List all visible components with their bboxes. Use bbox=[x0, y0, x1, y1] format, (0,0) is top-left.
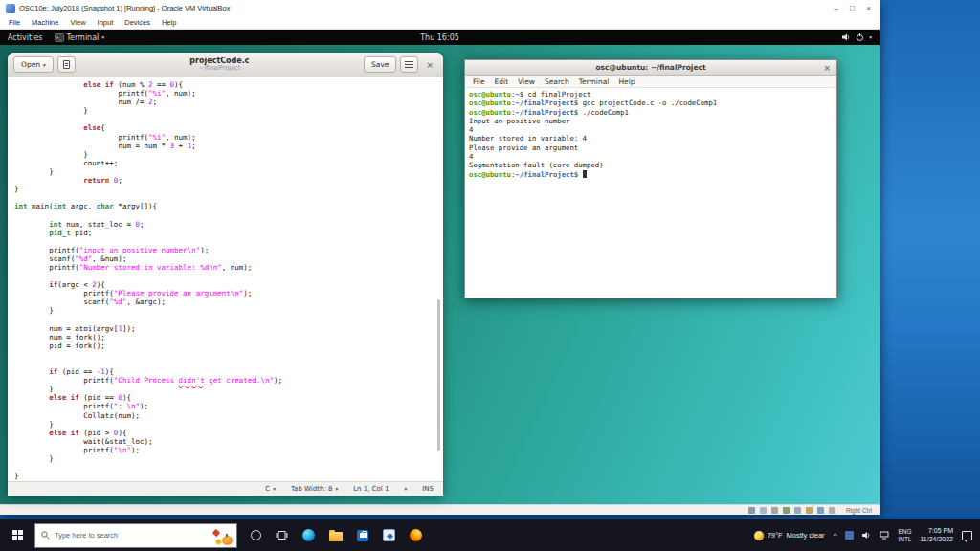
document-path: ~/finalProject bbox=[79, 65, 360, 72]
menu-machine[interactable]: Machine bbox=[26, 18, 64, 27]
minimize-button[interactable]: – bbox=[828, 0, 844, 16]
hdd-status-icon[interactable] bbox=[748, 507, 755, 514]
menu-view[interactable]: View bbox=[64, 18, 91, 27]
menu-file[interactable]: File bbox=[3, 18, 26, 27]
code-line: printf("Child Process didn't get created… bbox=[14, 376, 443, 385]
code-line: printf("%i", num); bbox=[14, 133, 443, 142]
maximize-button[interactable]: □ bbox=[844, 0, 860, 16]
ubuntu-desktop: Open ▾ projectCode.c ~/finalProject Save bbox=[0, 45, 880, 504]
virtualbox-window: OSC10e: July2018 (Snapshot 1) [Running] … bbox=[0, 0, 880, 515]
close-button[interactable]: × bbox=[860, 0, 877, 16]
terminal-line: osc@ubuntu:~/finalProject$ gcc projectCo… bbox=[469, 99, 833, 107]
virtualbox-app-icon bbox=[6, 4, 15, 13]
terminal-menu-search[interactable]: Search bbox=[540, 77, 574, 86]
gedit-scrollbar[interactable] bbox=[436, 80, 441, 478]
code-line: } bbox=[14, 306, 443, 315]
terminal-line: osc@ubuntu:~/finalProject$ ./codeComp1 bbox=[469, 108, 833, 117]
code-line: count++; bbox=[14, 159, 443, 167]
terminal-menu-file[interactable]: File bbox=[468, 77, 490, 86]
taskbar-clock[interactable]: 7:05 PM 11/24/2022 bbox=[920, 527, 953, 543]
code-line: pid_t pid; bbox=[14, 229, 443, 237]
mouse-integration-icon[interactable] bbox=[829, 507, 835, 514]
cortana-button[interactable] bbox=[251, 530, 261, 540]
terminal-menu-view[interactable]: View bbox=[513, 77, 540, 86]
store-icon[interactable] bbox=[357, 530, 368, 541]
gnome-clock[interactable]: Thu 16:05 bbox=[420, 33, 459, 42]
network-status-icon[interactable] bbox=[783, 507, 790, 514]
scrollbar-thumb[interactable] bbox=[437, 299, 440, 451]
action-center-icon[interactable] bbox=[962, 531, 972, 540]
task-view-button[interactable] bbox=[276, 530, 288, 540]
virtualbox-tray-icon[interactable] bbox=[845, 531, 854, 540]
app-menu-label: Terminal bbox=[67, 33, 100, 42]
activities-button[interactable]: Activities bbox=[8, 33, 43, 42]
terminal-menu-help[interactable]: Help bbox=[613, 77, 639, 86]
save-button[interactable]: Save bbox=[364, 56, 396, 73]
language-label: C bbox=[265, 485, 270, 493]
chevron-down-icon: ▾ bbox=[869, 34, 872, 40]
code-line bbox=[14, 350, 443, 359]
terminal-output[interactable]: osc@ubuntu:~$ cd finalProjectosc@ubuntu:… bbox=[465, 88, 836, 298]
gedit-menu-button[interactable] bbox=[400, 56, 418, 73]
menu-devices[interactable]: Devices bbox=[119, 18, 156, 27]
terminal-close-button[interactable]: × bbox=[823, 60, 831, 76]
terminal-menu-terminal[interactable]: Terminal bbox=[574, 77, 614, 86]
code-editor[interactable]: else if (num % 2 == 0){ printf("%i", num… bbox=[8, 77, 443, 481]
code-line: else if (pid == 0){ bbox=[14, 393, 443, 402]
shared-folders-status-icon[interactable] bbox=[806, 507, 813, 514]
hidden-icons-chevron[interactable]: ^ bbox=[834, 531, 837, 540]
windows-taskbar: 79°F Mostly clear ^ ENG INTL 7:05 PM 11/… bbox=[0, 519, 980, 551]
tab-width-selector[interactable]: Tab Width: 8 ▾ bbox=[291, 485, 338, 493]
terminal-titlebar[interactable]: osc@ubuntu: ~/finalProject × bbox=[465, 60, 836, 76]
language-code: ENG bbox=[898, 528, 911, 536]
vm-display: Activities >_ Terminal ▾ Thu 16:05 ▾ bbox=[0, 30, 880, 504]
taskbar-time: 7:05 PM bbox=[920, 527, 953, 536]
weather-temp: 79°F bbox=[768, 531, 783, 540]
audio-status-icon[interactable] bbox=[771, 507, 778, 514]
code-line: if(argc < 2){ bbox=[14, 280, 443, 289]
new-document-button[interactable] bbox=[57, 56, 76, 73]
virtualbox-taskbar-icon[interactable] bbox=[383, 529, 395, 541]
menu-input[interactable]: Input bbox=[92, 18, 120, 27]
terminal-menu-edit[interactable]: Edit bbox=[490, 77, 514, 86]
gedit-window: Open ▾ projectCode.c ~/finalProject Save bbox=[8, 53, 443, 496]
network-tray-icon[interactable] bbox=[880, 531, 889, 540]
weather-desc: Mostly clear bbox=[787, 531, 825, 540]
file-explorer-icon[interactable] bbox=[329, 532, 343, 541]
tab-width-label: Tab Width: 8 bbox=[291, 485, 332, 493]
language-selector[interactable]: C ▾ bbox=[265, 485, 276, 493]
gedit-close-button[interactable]: × bbox=[422, 56, 437, 73]
code-line: printf("input an positive number\n"); bbox=[14, 246, 443, 254]
code-line bbox=[14, 115, 443, 123]
gedit-title-block: projectCode.c ~/finalProject bbox=[79, 57, 360, 73]
task-view-icon bbox=[276, 530, 288, 540]
search-input[interactable] bbox=[55, 531, 231, 540]
search-box[interactable] bbox=[34, 523, 237, 548]
open-button[interactable]: Open ▾ bbox=[13, 56, 54, 73]
keyboard-layout: INTL bbox=[898, 536, 911, 543]
code-line: else{ bbox=[14, 123, 443, 132]
virtualbox-titlebar[interactable]: OSC10e: July2018 (Snapshot 1) [Running] … bbox=[0, 0, 880, 16]
terminal-window: osc@ubuntu: ~/finalProject × File Edit V… bbox=[464, 59, 837, 298]
weather-widget[interactable]: 79°F Mostly clear bbox=[754, 531, 825, 540]
firefox-icon[interactable] bbox=[410, 529, 422, 541]
edge-icon[interactable] bbox=[302, 529, 315, 541]
volume-tray-icon[interactable] bbox=[862, 531, 871, 540]
terminal-app-icon: >_ bbox=[55, 33, 64, 42]
terminal-line: Input an positive number bbox=[469, 117, 833, 125]
menu-help[interactable]: Help bbox=[156, 18, 182, 27]
usb-status-icon[interactable] bbox=[794, 507, 801, 514]
hamburger-icon bbox=[405, 64, 413, 65]
app-menu-button[interactable]: >_ Terminal ▾ bbox=[55, 33, 105, 42]
gnome-system-menu[interactable]: ▾ bbox=[842, 33, 872, 41]
start-button[interactable] bbox=[0, 519, 34, 551]
display-status-icon[interactable] bbox=[817, 507, 824, 514]
search-icon bbox=[41, 531, 50, 540]
goto-line-chevron[interactable]: ▾ bbox=[404, 486, 407, 492]
code-line: printf(": \n"); bbox=[14, 402, 443, 410]
seasonal-doodle bbox=[213, 528, 233, 545]
language-indicator[interactable]: ENG INTL bbox=[898, 528, 911, 543]
new-document-icon bbox=[63, 60, 70, 69]
gedit-headerbar[interactable]: Open ▾ projectCode.c ~/finalProject Save bbox=[8, 53, 443, 77]
cd-status-icon[interactable] bbox=[760, 507, 767, 514]
